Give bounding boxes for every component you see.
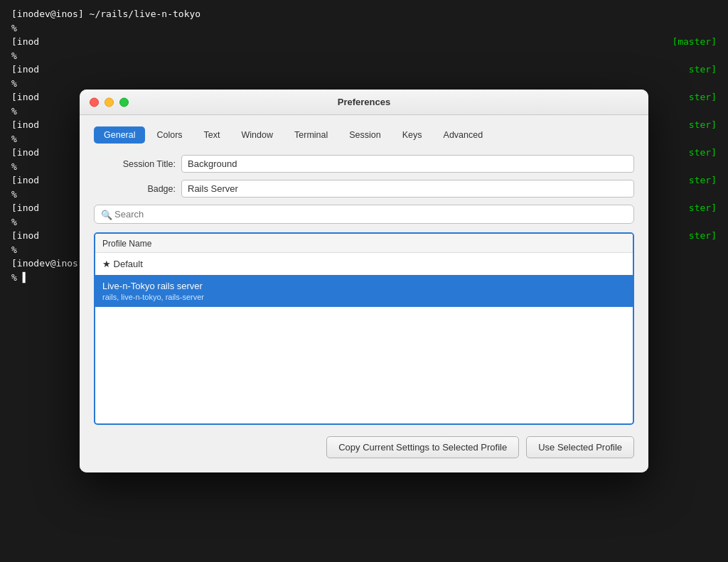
profile-live-n-tokyo-name: Live-n-Tokyo rails server [102,281,626,291]
tab-general[interactable]: General [94,126,145,144]
search-icon: 🔍 [101,209,112,220]
tab-terminal[interactable]: Terminal [284,126,338,144]
maximize-button[interactable] [119,97,129,107]
profile-item-default[interactable]: ★ Default [95,253,633,275]
search-container: 🔍 [94,205,634,224]
profile-default-name: ★ Default [102,259,626,269]
tab-session[interactable]: Session [339,126,390,144]
tab-text[interactable]: Text [194,126,230,144]
badge-row: Badge: [94,180,634,198]
tab-colors[interactable]: Colors [146,126,192,144]
use-selected-button[interactable]: Use Selected Profile [526,436,634,458]
close-button[interactable] [90,97,99,107]
profile-list-header: Profile Name [95,234,633,253]
search-input[interactable] [94,205,634,224]
profile-list-container: Profile Name ★ Default Live-n-Tokyo rail… [94,232,634,425]
profile-list[interactable]: ★ Default Live-n-Tokyo rails server rail… [95,253,633,423]
minimize-button[interactable] [105,97,114,107]
preferences-window: Preferences General Colors Text Window T… [80,90,648,472]
badge-label: Badge: [94,184,176,194]
profile-item-live-n-tokyo[interactable]: Live-n-Tokyo rails server rails, live-n-… [95,275,633,307]
tab-bar: General Colors Text Window Terminal Sess… [94,126,634,144]
tab-keys[interactable]: Keys [392,126,432,144]
modal-overlay: Preferences General Colors Text Window T… [0,0,728,562]
tab-window[interactable]: Window [232,126,283,144]
bottom-buttons: Copy Current Settings to Selected Profil… [94,436,634,458]
session-title-row: Session Title: [94,155,634,173]
profile-live-n-tokyo-tags: rails, live-n-tokyo, rails-server [102,293,626,301]
tab-advanced[interactable]: Advanced [434,126,493,144]
profile-list-header-label: Profile Name [102,239,151,249]
session-title-input[interactable] [181,155,634,173]
content-area: General Colors Text Window Terminal Sess… [80,115,648,472]
session-title-label: Session Title: [94,159,176,169]
window-controls [90,97,129,107]
title-bar: Preferences [80,90,648,115]
badge-input[interactable] [181,180,634,198]
copy-settings-button[interactable]: Copy Current Settings to Selected Profil… [326,436,519,458]
window-title: Preferences [338,97,390,107]
